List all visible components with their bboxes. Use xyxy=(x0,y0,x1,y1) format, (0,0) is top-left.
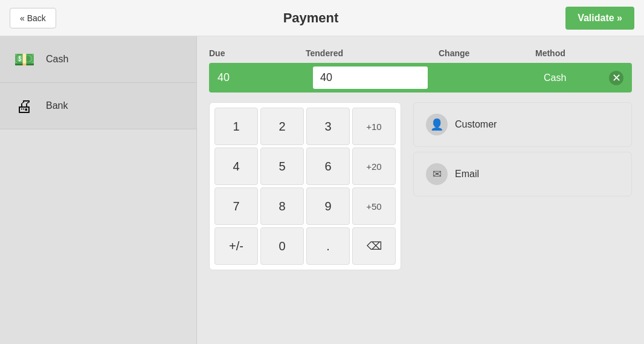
table-row: 40 Cash ✕ xyxy=(209,63,632,92)
num-9-button[interactable]: 9 xyxy=(306,187,350,225)
tendered-cell xyxy=(306,63,439,92)
decimal-button[interactable]: . xyxy=(306,227,350,265)
numpad: 1 2 3 +10 4 5 6 +20 7 8 9 +50 +/- 0 . ⌫ xyxy=(209,102,401,270)
num-7-button[interactable]: 7 xyxy=(214,187,258,225)
email-button[interactable]: ✉ Email xyxy=(413,152,632,196)
num-2-button[interactable]: 2 xyxy=(260,108,304,145)
plusminus-button[interactable]: +/- xyxy=(214,227,258,265)
method-header: Method xyxy=(535,48,632,58)
table-header: Due Tendered Change Method xyxy=(209,48,632,63)
right-panel: Due Tendered Change Method 40 Cash ✕ xyxy=(197,36,644,344)
backspace-button[interactable]: ⌫ xyxy=(352,227,396,265)
customer-icon: 👤 xyxy=(426,114,448,135)
num-4-button[interactable]: 4 xyxy=(214,148,258,185)
num-1-button[interactable]: 1 xyxy=(214,108,258,145)
validate-button[interactable]: Validate » xyxy=(565,7,634,30)
header: « Back Payment Validate » xyxy=(0,0,644,36)
cash-label: Cash xyxy=(46,54,68,65)
customer-panel: 👤 Customer ✉ Email xyxy=(413,102,632,270)
back-button[interactable]: « Back xyxy=(10,8,56,28)
method-name: Cash xyxy=(544,73,566,83)
num-6-button[interactable]: 6 xyxy=(306,148,350,185)
plus20-button[interactable]: +20 xyxy=(352,148,396,185)
email-label: Email xyxy=(455,169,479,180)
cash-method[interactable]: 💵 Cash xyxy=(0,36,196,83)
plus50-button[interactable]: +50 xyxy=(352,187,396,225)
customer-label: Customer xyxy=(455,119,497,130)
payment-table: Due Tendered Change Method 40 Cash ✕ xyxy=(209,48,632,92)
bank-label: Bank xyxy=(46,100,68,111)
remove-method-button[interactable]: ✕ xyxy=(609,71,623,85)
customer-button[interactable]: 👤 Customer xyxy=(413,102,632,147)
tendered-input[interactable] xyxy=(313,67,428,89)
num-3-button[interactable]: 3 xyxy=(306,108,350,145)
plus10-button[interactable]: +10 xyxy=(352,108,396,145)
main-content: 💵 Cash 🖨 Bank Due Tendered Change Method… xyxy=(0,36,644,344)
payment-methods-panel: 💵 Cash 🖨 Bank xyxy=(0,36,197,344)
bottom-area: 1 2 3 +10 4 5 6 +20 7 8 9 +50 +/- 0 . ⌫ xyxy=(209,102,632,270)
cash-icon: 💵 xyxy=(12,47,36,71)
num-0-button[interactable]: 0 xyxy=(260,227,304,265)
page-title: Payment xyxy=(283,10,339,26)
due-header: Due xyxy=(209,48,306,58)
change-value xyxy=(439,72,535,84)
due-value: 40 xyxy=(209,65,306,90)
bank-icon: 🖨 xyxy=(12,94,36,118)
email-icon: ✉ xyxy=(426,163,448,185)
tendered-header: Tendered xyxy=(306,48,439,58)
method-cell: Cash ✕ xyxy=(535,65,632,91)
num-5-button[interactable]: 5 xyxy=(260,148,304,185)
bank-method[interactable]: 🖨 Bank xyxy=(0,83,196,129)
change-header: Change xyxy=(439,48,535,58)
num-8-button[interactable]: 8 xyxy=(260,187,304,225)
